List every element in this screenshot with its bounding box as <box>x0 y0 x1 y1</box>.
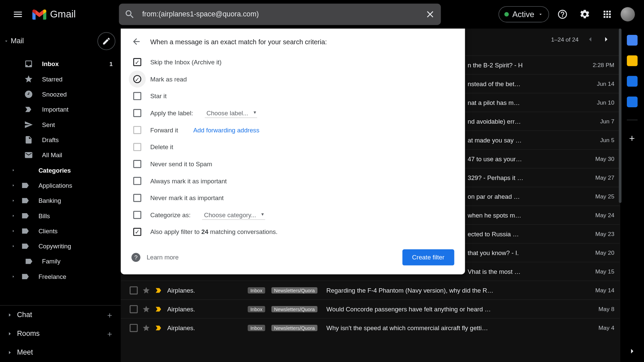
opt-skip-inbox[interactable]: Skip the Inbox (Archive it) <box>131 54 454 71</box>
sidebar-item-banking[interactable]: Banking <box>0 193 121 208</box>
message-row[interactable]: Airplanes.InboxNewsletters/QuoraWhy isn'… <box>121 318 620 337</box>
star-icon[interactable] <box>142 286 150 294</box>
opt-always-important[interactable]: Always mark it as important <box>131 173 454 190</box>
opt-delete[interactable]: Delete it <box>131 138 454 156</box>
sidebar-item-label: Copywriting <box>39 243 71 250</box>
scrollbar[interactable] <box>619 28 622 203</box>
calendar-icon[interactable] <box>627 35 637 46</box>
sidebar-item-bills[interactable]: Bills <box>0 208 121 223</box>
sidebar-item-drafts[interactable]: Drafts <box>0 132 121 147</box>
sidebar-item-sent[interactable]: Sent <box>0 117 121 132</box>
message-row[interactable]: Airplanes.InboxNewsletters/QuoraRegardin… <box>121 281 620 299</box>
important-icon[interactable] <box>155 324 163 332</box>
sidebar-item-freelance[interactable]: Freelance <box>0 269 121 284</box>
opt-mark-read[interactable]: Mark as read <box>131 71 454 88</box>
star-icon[interactable] <box>142 324 150 332</box>
meet-label: Meet <box>17 349 33 357</box>
settings-icon[interactable] <box>576 5 594 23</box>
chat-section[interactable]: Chat ＋ <box>0 306 121 324</box>
rooms-add-button[interactable]: ＋ <box>106 328 114 339</box>
important-icon[interactable] <box>155 305 163 313</box>
checkbox-icon[interactable] <box>130 305 138 313</box>
star-icon <box>24 75 33 84</box>
help-icon[interactable] <box>553 5 571 23</box>
important-icon[interactable] <box>155 286 163 294</box>
checkbox-icon[interactable] <box>133 211 141 219</box>
opt-categorize[interactable]: Categorize as:Choose category... <box>131 206 454 224</box>
opt-apply-label[interactable]: Apply the label:Choose label... <box>131 105 454 122</box>
opt-forward[interactable]: Forward itAdd forwarding address <box>131 122 454 139</box>
sidebar-item-copywriting[interactable]: Copywriting <box>0 239 121 254</box>
pager-prev-button[interactable] <box>586 35 595 44</box>
message-date: Jun 5 <box>593 137 614 143</box>
checkbox-icon[interactable] <box>133 160 141 168</box>
checkbox-icon[interactable] <box>133 92 141 100</box>
message-subject: when he spots m… <box>468 212 588 219</box>
star-icon[interactable] <box>142 305 150 313</box>
main-menu-button[interactable] <box>7 4 29 25</box>
status-pill[interactable]: Active <box>498 6 549 22</box>
tasks-icon[interactable] <box>627 76 637 87</box>
sidebar-item-starred[interactable]: Starred <box>0 71 121 86</box>
learn-more-link[interactable]: Learn more <box>147 254 178 261</box>
avatar[interactable] <box>621 7 635 21</box>
apps-icon[interactable] <box>598 5 616 23</box>
add-addon-button[interactable]: + <box>629 133 635 144</box>
allmail-icon <box>24 150 33 160</box>
opt-also-apply[interactable]: Also apply filter to 24 matching convers… <box>131 224 454 241</box>
message-row[interactable]: Airplanes.InboxNewsletters/QuoraWould Co… <box>121 299 620 318</box>
sidebar-item-categories[interactable]: Categories <box>0 163 121 178</box>
message-date: May 4 <box>591 324 614 331</box>
label-chip[interactable]: Inbox <box>248 306 265 312</box>
checkbox-icon[interactable] <box>133 75 141 83</box>
sidebar-item-label: Drafts <box>42 136 59 143</box>
compose-button[interactable] <box>98 32 115 50</box>
gmail-logo[interactable]: Gmail <box>32 8 108 20</box>
checkbox-icon[interactable] <box>133 228 141 236</box>
pager-next-button[interactable] <box>602 35 611 44</box>
label-chip[interactable]: Newsletters/Quora <box>271 287 317 293</box>
search-bar[interactable] <box>119 4 441 25</box>
clear-search-icon[interactable] <box>425 9 435 20</box>
help-icon[interactable]: ? <box>131 253 141 262</box>
create-filter-button[interactable]: Create filter <box>402 249 454 265</box>
back-button[interactable] <box>131 37 141 46</box>
sidebar-item-inbox[interactable]: Inbox1 <box>0 56 121 71</box>
label-chip[interactable]: Inbox <box>248 324 265 331</box>
checkbox-icon[interactable] <box>133 109 141 117</box>
message-date: May 8 <box>591 306 614 312</box>
checkbox-icon[interactable] <box>133 143 141 151</box>
opt-never-important[interactable]: Never mark it as important <box>131 189 454 206</box>
mail-section-header[interactable]: Mail <box>0 28 121 54</box>
label-select[interactable]: Choose label... <box>205 108 257 118</box>
search-input[interactable] <box>142 10 425 18</box>
category-select[interactable]: Choose category... <box>202 210 265 220</box>
sidebar-item-snoozed[interactable]: Snoozed <box>0 87 121 102</box>
sidebar-item-family[interactable]: Family <box>0 254 121 269</box>
label-chip[interactable]: Newsletters/Quora <box>271 324 317 331</box>
add-forwarding-link[interactable]: Add forwarding address <box>193 126 259 133</box>
meet-section[interactable]: Meet <box>0 343 121 362</box>
sidebar-item-label: Banking <box>39 197 61 204</box>
contacts-icon[interactable] <box>627 97 637 107</box>
checkbox-icon[interactable] <box>133 177 141 185</box>
collapse-rail-icon[interactable] <box>628 347 637 356</box>
label-chip[interactable]: Newsletters/Quora <box>271 306 317 312</box>
label-chip[interactable]: Inbox <box>248 287 265 293</box>
checkbox-icon[interactable] <box>133 58 141 66</box>
sidebar-item-clients[interactable]: Clients <box>0 224 121 239</box>
opt-star[interactable]: Star it <box>131 87 454 105</box>
opt-never-spam[interactable]: Never send it to Spam <box>131 156 454 173</box>
checkbox-icon[interactable] <box>130 324 138 332</box>
sidebar-item-all-mail[interactable]: All Mail <box>0 147 121 163</box>
clock-icon <box>24 90 33 99</box>
rooms-section[interactable]: Rooms ＋ <box>0 324 121 343</box>
checkbox-icon[interactable] <box>133 194 141 202</box>
sidebar-item-important[interactable]: Important <box>0 102 121 117</box>
sent-icon <box>24 120 33 129</box>
chat-add-button[interactable]: ＋ <box>106 310 114 320</box>
sidebar-item-applications[interactable]: Applications <box>0 178 121 193</box>
keep-icon[interactable] <box>627 55 637 66</box>
opt-label: Always mark it as important <box>150 177 227 184</box>
checkbox-icon[interactable] <box>130 286 138 294</box>
